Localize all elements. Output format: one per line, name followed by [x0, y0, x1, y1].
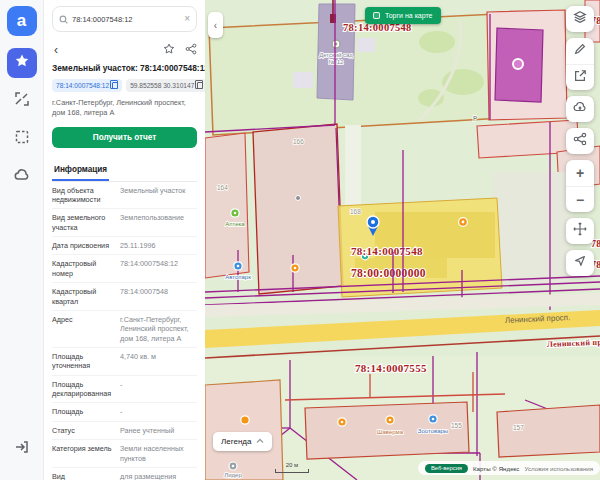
draw-button[interactable]: [566, 38, 594, 64]
info-row-label: Вид разрешенного использования: [52, 472, 114, 480]
legend-button[interactable]: Легенда: [213, 432, 272, 451]
share-icon: [185, 41, 197, 58]
info-row-label: Вид объекта недвижимости: [52, 186, 114, 205]
layers-button[interactable]: [566, 6, 594, 32]
building-marker: [513, 59, 523, 69]
quarter-number: 78:00:0000000: [351, 267, 426, 279]
info-row-value: -: [120, 407, 197, 416]
locate-me-button[interactable]: [566, 250, 594, 276]
info-row-label: Кадастровый квартал: [52, 287, 114, 306]
map-canvas[interactable]: Детский сад № 12 P 164 166 Аптека: [205, 0, 600, 480]
poi-lider[interactable]: [229, 462, 237, 470]
poi-zootovary-label: Зоотовары: [418, 428, 448, 434]
share-icon: [573, 132, 587, 150]
info-row: Адрес г.Санкт-Петербург, Ленинский просп…: [52, 311, 197, 348]
yard: [493, 172, 571, 284]
actions-row: ‹: [52, 41, 197, 59]
poi-shaverma[interactable]: [386, 416, 394, 424]
poi-dot[interactable]: [296, 196, 301, 201]
info-row-value: Землепользование: [120, 213, 197, 232]
terms-link[interactable]: Условия использования: [524, 465, 593, 472]
share-button[interactable]: [185, 41, 197, 59]
trade-on-map-toggle[interactable]: Торги на карте: [365, 7, 441, 24]
zoom-in-button[interactable]: +: [566, 160, 594, 186]
coordinates-chip[interactable]: 59.852558 30.310147: [126, 79, 205, 92]
tree: [419, 31, 455, 53]
coordinates-text: 59.852558 30.310147: [130, 82, 194, 89]
scale-label: 20 м: [286, 462, 298, 468]
info-row: Категория земель Земли населенных пункто…: [52, 440, 197, 468]
info-row: Вид разрешенного использования для разме…: [52, 468, 197, 480]
poi-orange[interactable]: [241, 416, 249, 424]
poi-zootovary[interactable]: [429, 415, 437, 423]
favorites-button[interactable]: [7, 48, 37, 78]
info-row-label: Адрес: [52, 315, 114, 343]
object-address: г.Санкт-Петербург, Ленинский проспект, д…: [52, 98, 197, 118]
info-row-label: Площадь уточненная: [52, 352, 114, 371]
exit-icon: [14, 439, 30, 459]
info-row: Вид объекта недвижимости Земельный участ…: [52, 182, 197, 210]
favorite-star-button[interactable]: [163, 41, 175, 59]
measure-icon: [14, 91, 30, 111]
info-row-value: 25.11.1996: [120, 241, 197, 250]
info-row: Статус Ранее учтенный: [52, 422, 197, 440]
search-input[interactable]: [72, 15, 180, 24]
building-155-label: 155: [451, 422, 462, 429]
info-row-label: Дата присвоения: [52, 241, 114, 250]
app-logo[interactable]: a: [7, 6, 37, 36]
poi-apteka[interactable]: [231, 209, 239, 217]
area-select-button[interactable]: [7, 124, 37, 154]
tabs: Информация: [52, 158, 197, 182]
cloud-button[interactable]: [7, 162, 37, 192]
info-row: Площадь -: [52, 403, 197, 421]
back-button[interactable]: ‹: [52, 43, 60, 57]
info-row-value: 78:14:0007548: [120, 287, 197, 306]
copy-icon[interactable]: [112, 82, 118, 89]
get-report-button[interactable]: Получить отчет: [52, 127, 197, 148]
collapse-panel-button[interactable]: ‹: [208, 12, 223, 38]
chips-row: 78:14:0007548:12 59.852558 30.310147: [52, 79, 197, 92]
info-row-value: Земли населенных пунктов: [120, 444, 197, 463]
web-version-badge[interactable]: Веб-версия: [425, 464, 468, 473]
share-map-button[interactable]: [566, 128, 594, 154]
cloud-icon: [14, 167, 30, 187]
info-row-label: Площадь: [52, 407, 114, 416]
layers-icon: [573, 10, 587, 28]
clear-search-icon[interactable]: ×: [184, 14, 190, 24]
poi-avtopark-label: Автопарк: [225, 274, 251, 280]
kindergarten-label: Детский сад: [319, 52, 353, 58]
exit-panel-button[interactable]: [7, 434, 37, 464]
left-icon-rail: a: [0, 0, 44, 480]
poi-apteka-label: Аптека: [225, 221, 245, 227]
edit-button[interactable]: [566, 64, 594, 90]
walkway: [345, 125, 361, 207]
kindergarten-label2: № 12: [329, 59, 344, 65]
parcel-south-number: 78:14:0007555: [355, 362, 427, 374]
poi-orange[interactable]: [459, 218, 468, 227]
poi-avtopark[interactable]: [234, 262, 242, 270]
building-164[interactable]: [205, 133, 249, 278]
search-bar[interactable]: ×: [52, 6, 197, 32]
selected-parcel-number: 78:14:0007548: [351, 245, 423, 257]
info-row-value: -: [120, 380, 197, 399]
star-icon: [14, 53, 30, 73]
cadastral-number-chip[interactable]: 78:14:0007548:12: [52, 79, 122, 92]
copy-icon[interactable]: [197, 82, 203, 89]
zoom-out-button[interactable]: −: [566, 186, 594, 212]
info-row-label: Вид земельного участка: [52, 213, 114, 232]
measure-tool-button[interactable]: [7, 86, 37, 116]
upload-button[interactable]: [566, 96, 594, 122]
info-row-label: Статус: [52, 426, 114, 435]
pan-button[interactable]: [566, 218, 594, 244]
poi-orange[interactable]: [338, 418, 346, 426]
building[interactable]: [293, 72, 313, 88]
building-157[interactable]: [497, 405, 600, 457]
building-bottom-left[interactable]: [205, 380, 283, 480]
info-row-value: г.Санкт-Петербург, Ленинский проспект, д…: [120, 315, 197, 343]
info-row-value: 4,740 кв. м: [120, 352, 197, 371]
info-row-value: 78:14:0007548:12: [120, 259, 197, 278]
kindergarten-poi[interactable]: [332, 40, 340, 48]
poi-orange[interactable]: [291, 264, 299, 272]
building[interactable]: [357, 38, 375, 52]
tab-information[interactable]: Информация: [52, 161, 109, 181]
